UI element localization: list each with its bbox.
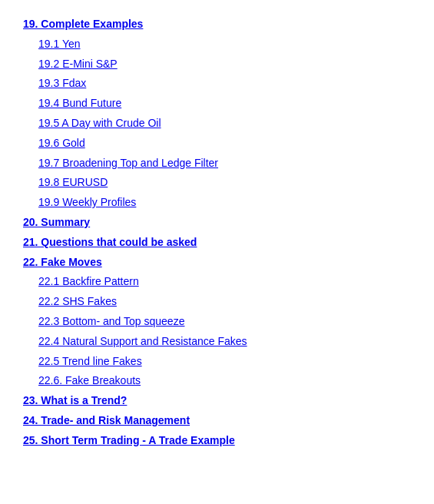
toc-link-item-23[interactable]: 23. What is a Trend?: [23, 394, 127, 406]
toc-item-item-19-8: 19.8 EURUSD: [38, 174, 411, 192]
toc-link-item-20[interactable]: 20. Summary: [23, 216, 90, 228]
toc-link-item-22[interactable]: 22. Fake Moves: [23, 256, 102, 268]
toc-item-item-20: 20. Summary: [23, 214, 411, 232]
toc-link-item-25[interactable]: 25. Short Term Trading - A Trade Example: [23, 434, 235, 446]
toc-item-item-19-9: 19.9 Weekly Profiles: [38, 194, 411, 212]
toc-item-item-19-3: 19.3 Fdax: [38, 75, 411, 93]
toc-link-item-22-1[interactable]: 22.1 Backfire Pattern: [38, 275, 139, 287]
table-of-contents: 19. Complete Examples19.1 Yen19.2 E-Mini…: [23, 15, 411, 450]
toc-item-item-21: 21. Questions that could be asked: [23, 234, 411, 252]
toc-item-item-22-3: 22.3 Bottom- and Top squeeze: [38, 313, 411, 331]
toc-item-item-19-1: 19.1 Yen: [38, 35, 411, 54]
toc-link-item-19-9[interactable]: 19.9 Weekly Profiles: [38, 196, 136, 208]
toc-link-item-19-5[interactable]: 19.5 A Day with Crude Oil: [38, 117, 161, 129]
toc-item-item-22-5: 22.5 Trend line Fakes: [38, 353, 411, 371]
toc-link-item-21[interactable]: 21. Questions that could be asked: [23, 236, 197, 248]
toc-item-item-22-1: 22.1 Backfire Pattern: [38, 273, 411, 291]
toc-link-item-19-2[interactable]: 19.2 E-Mini S&P: [38, 58, 118, 70]
toc-item-item-22-2: 22.2 SHS Fakes: [38, 293, 411, 311]
toc-link-item-24[interactable]: 24. Trade- and Risk Management: [23, 414, 190, 426]
toc-item-item-24: 24. Trade- and Risk Management: [23, 412, 411, 430]
toc-item-item-19-2: 19.2 E-Mini S&P: [38, 55, 411, 74]
toc-item-item-22-6: 22.6. Fake Breakouts: [38, 372, 411, 390]
toc-link-item-19-1[interactable]: 19.1 Yen: [38, 38, 81, 50]
toc-link-item-19-4[interactable]: 19.4 Bund Future: [38, 97, 121, 109]
toc-link-item-19-3[interactable]: 19.3 Fdax: [38, 77, 86, 89]
toc-item-item-22: 22. Fake Moves: [23, 254, 411, 272]
toc-item-item-25: 25. Short Term Trading - A Trade Example: [23, 432, 411, 450]
toc-item-item-23: 23. What is a Trend?: [23, 392, 411, 410]
toc-item-item-19-7: 19.7 Broadening Top and Ledge Filter: [38, 154, 411, 173]
toc-link-item-22-6[interactable]: 22.6. Fake Breakouts: [38, 374, 141, 386]
toc-link-item-19-7[interactable]: 19.7 Broadening Top and Ledge Filter: [38, 157, 218, 169]
toc-link-item-19[interactable]: 19. Complete Examples: [23, 18, 143, 30]
toc-link-item-19-8[interactable]: 19.8 EURUSD: [38, 176, 108, 188]
toc-item-item-19-6: 19.6 Gold: [38, 134, 411, 153]
toc-link-item-22-5[interactable]: 22.5 Trend line Fakes: [38, 355, 142, 367]
toc-link-item-19-6[interactable]: 19.6 Gold: [38, 137, 85, 149]
toc-link-item-22-4[interactable]: 22.4 Natural Support and Resistance Fake…: [38, 335, 247, 347]
toc-item-item-19-5: 19.5 A Day with Crude Oil: [38, 114, 411, 133]
toc-link-item-22-2[interactable]: 22.2 SHS Fakes: [38, 295, 117, 307]
toc-item-item-19-4: 19.4 Bund Future: [38, 94, 411, 113]
toc-item-item-19: 19. Complete Examples: [23, 15, 411, 34]
toc-item-item-22-4: 22.4 Natural Support and Resistance Fake…: [38, 333, 411, 351]
toc-link-item-22-3[interactable]: 22.3 Bottom- and Top squeeze: [38, 315, 184, 327]
